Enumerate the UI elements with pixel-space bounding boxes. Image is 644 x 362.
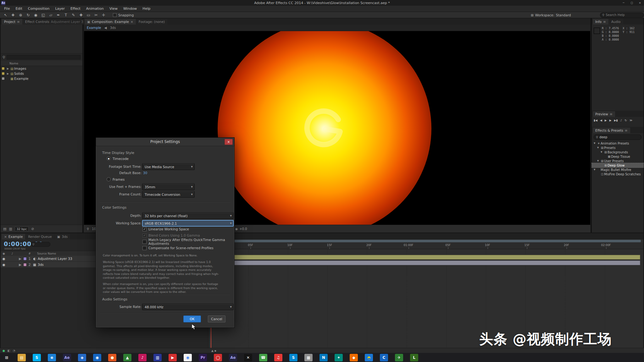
restore-button[interactable]: ◻ [628,0,636,5]
depth-dropdown[interactable]: 32 bits per channel (float)▼ [142,212,234,219]
project-search-field[interactable] [7,55,80,59]
c-app-icon[interactable]: C [380,354,388,361]
menu-window[interactable]: Window [120,7,140,11]
default-base-value[interactable]: 30 [143,171,147,175]
power-app-icon[interactable]: ◯ [214,354,222,361]
firefox-icon[interactable]: ● [108,354,116,361]
blue-yellow-app-icon[interactable]: ◓ [365,354,373,361]
menu-effect[interactable]: Effect [68,7,83,11]
frames-radio[interactable]: Frames [107,177,125,181]
skype-2-icon[interactable]: S [289,354,297,361]
bit-depth-badge[interactable]: 32 bpc [15,227,29,231]
twirl-icon[interactable]: ▼ [601,151,604,153]
project-name-column[interactable]: Name [1,61,82,66]
project-search[interactable]: ⚲ [1,54,82,61]
fx-item-misfire-deep-scratches[interactable]: ◫MisFire Deep Scratches [592,172,643,176]
premiere-icon[interactable]: Pr [199,354,207,361]
viewer-tab-example[interactable]: Example [87,26,101,30]
tab-timeline-3ds[interactable]: ▣ 3ds [55,234,70,239]
twirl-icon[interactable]: ▶ [18,257,23,261]
twirl-icon[interactable]: ▼ [594,142,597,145]
brush-tool[interactable]: ✎ [70,13,76,17]
back-arrow-icon[interactable]: ◀ [104,26,107,30]
time-ruler[interactable]: 05F10F15F20F01:00F05F10F15F20F02:00F [208,243,643,249]
menu-animation[interactable]: Animation [83,7,107,11]
layer-bar-2[interactable] [211,261,640,265]
project-item-example[interactable]: ▦Example [1,76,82,81]
x-app-icon[interactable]: ✕ [244,354,252,361]
file-explorer-icon[interactable]: ▤ [18,354,26,361]
puppet-pin-tool[interactable]: ✛ [101,13,107,17]
play-button[interactable]: ▶ [605,119,607,122]
tab-timeline-example[interactable]: × Example [2,234,25,239]
type-tool[interactable]: T [63,13,69,17]
eraser-tool[interactable]: ▭ [86,13,92,17]
browser-globe-icon[interactable]: ◉ [93,354,101,361]
brackets-icon[interactable]: ◈ [78,354,86,361]
tab-preview[interactable]: Preview ≡ [593,111,615,117]
sample-rate-dropdown[interactable]: 48.000 kHz▼ [142,304,234,310]
edge-browser-icon[interactable]: e [48,354,56,361]
first-frame-button[interactable]: ▮◀ [594,119,597,122]
close-button[interactable]: × [636,0,644,5]
menu-help[interactable]: Help [140,7,153,11]
after-effects-2-icon[interactable]: Ae [229,354,237,361]
compensate-scene-referred-checkbox[interactable]: Compensate for Scene-referred Profiles [142,246,214,250]
loop-button[interactable]: ↻ [625,119,627,122]
gray-app-icon[interactable]: ▦ [304,354,313,361]
menu-layer[interactable]: Layer [52,7,68,11]
folder-icon[interactable]: ▤ [3,227,6,231]
tab-effects-presets[interactable]: Effects & Presets ≡ [593,128,630,133]
onenote-icon[interactable]: ▥ [153,354,162,361]
fx-item-backgrounds[interactable]: ▼▤Backgrounds [592,150,643,154]
tab-render-queue[interactable]: Render Queue [25,234,54,239]
snapping-checkbox[interactable] [113,13,117,17]
frame-count-dropdown[interactable]: Timecode Conversion▼ [142,191,195,198]
blend-colors-gamma-checkbox[interactable]: ✓Blend Colors Using 1.0 Gamma [142,233,200,238]
shape-tool[interactable]: ▱ [48,13,54,17]
camera-tool[interactable]: ◉ [33,13,39,17]
trash-icon[interactable]: ⊘ [31,227,34,231]
workspace-value[interactable]: Standard [556,13,571,17]
pan-behind-tool[interactable]: ◱ [40,13,46,17]
music-app-icon[interactable]: ♪ [138,354,147,361]
panel-menu-icon[interactable]: ≡ [603,20,606,24]
chrome-icon[interactable]: ◉ [184,354,192,361]
twirl-icon[interactable]: ▶ [6,72,10,75]
tab-composition[interactable]: ▣ Composition: Example × [85,19,136,25]
eye-icon[interactable]: ◉ [1,263,7,266]
help-search-input[interactable]: ⚲ Search Help [600,13,644,18]
proxy-icon[interactable]: ▥ [9,227,12,231]
last-frame-button[interactable]: ▶▮ [614,119,618,122]
green-triangle-app-icon[interactable]: ▲ [123,354,131,361]
working-space-dropdown[interactable]: sRGB IEC61966-2.1▼ [142,220,234,227]
timecode-radio[interactable]: ● Timecode [107,156,129,161]
feet-frames-dropdown[interactable]: 35mm▼ [142,184,195,190]
label-chip[interactable] [23,257,27,261]
timeline-search-input[interactable]: ⚲ [31,242,50,247]
orange-app-icon[interactable]: ◆ [350,354,358,361]
tab-effect-controls[interactable]: Effect Controls Adjustment Layer 3 [23,19,86,25]
menu-file[interactable]: File [1,7,13,11]
ram-preview-button[interactable]: ≫ [630,119,632,122]
line-app-icon[interactable]: L [410,354,418,361]
twirl-icon[interactable]: ▶ [18,263,23,266]
panel-collapse-icon[interactable]: ▲ ▪ [211,349,216,352]
minimize-button[interactable]: ─ [619,0,628,5]
effects-search-input[interactable]: ⚲ deep [594,134,641,140]
hand-tool[interactable]: ❖ [10,13,16,17]
panel-menu-icon[interactable]: ≡ [17,20,20,24]
tab-audio[interactable]: Audio [609,19,623,25]
menu-composition[interactable]: Composition [25,7,53,11]
roto-brush-tool[interactable]: ✂ [93,13,99,17]
fx-item-deep-tissue[interactable]: ▦Deep Tissue [592,154,643,159]
menu-view[interactable]: View [107,7,120,11]
exposure-value[interactable]: +0.0 [239,227,247,231]
project-item-solids[interactable]: ▶▤Solids [1,71,82,76]
wechat-icon[interactable]: ☎ [259,354,267,361]
label-chip[interactable] [23,263,27,266]
cancel-button[interactable]: Cancel [208,315,225,322]
fx-item-animation-presets[interactable]: ▼∗Animation Presets [592,141,643,145]
twirl-icon[interactable]: ▼ [594,168,597,171]
blue-n-app-icon[interactable]: N [319,354,328,361]
